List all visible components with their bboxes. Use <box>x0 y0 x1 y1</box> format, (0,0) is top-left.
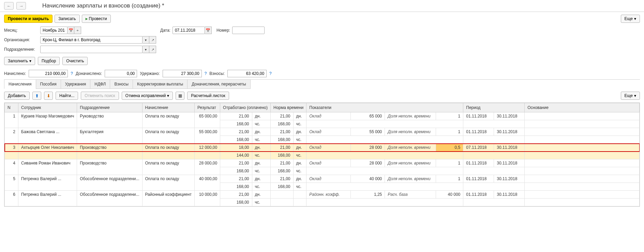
contrib-label: Взносы: <box>209 71 225 76</box>
more-button[interactable]: Еще ▾ <box>621 15 640 23</box>
table-row[interactable]: 5Петренко Валерий ...Обособленное подраз… <box>5 175 640 183</box>
dept-input[interactable] <box>40 46 143 53</box>
help-icon[interactable]: ? <box>71 71 73 76</box>
table-row[interactable]: 3Ахтырцев Олег НиколаевичПроизводствоОпл… <box>5 144 640 152</box>
org-open-icon[interactable]: ↗ <box>149 36 156 44</box>
col-basis[interactable]: Основание <box>525 103 640 112</box>
number-label: Номер: <box>216 28 230 33</box>
accrued-value[interactable] <box>29 70 68 77</box>
chevron-down-icon: ▾ <box>634 16 636 21</box>
move-up-button[interactable]: ⬆ <box>32 92 41 100</box>
month-stepper[interactable]: ÷ <box>74 27 81 34</box>
cancel-find-button[interactable]: Отменить поиск <box>81 92 119 100</box>
table-row[interactable]: 4Сиванев Роман ИвановичПроизводствоОплат… <box>5 159 640 167</box>
org-label: Организация: <box>4 37 38 42</box>
col-period[interactable]: Период <box>463 103 525 112</box>
withheld-label: Удержано: <box>140 71 160 76</box>
nav-back-button[interactable]: ← <box>4 2 14 10</box>
pick-button[interactable]: Подбор <box>38 57 60 65</box>
chevron-down-icon: ▾ <box>167 93 169 98</box>
withheld-value[interactable] <box>163 70 202 77</box>
add-button[interactable]: Добавить <box>4 92 30 100</box>
find-button[interactable]: Найти... <box>56 92 78 100</box>
table-row[interactable]: 2Бажова Светлана ...БухгалтерияОплата по… <box>5 128 640 136</box>
tab-1[interactable]: Пособия <box>36 80 61 89</box>
cancel-fix-button[interactable]: Отмена исправлений ▾ <box>122 92 173 100</box>
org-input[interactable] <box>40 36 143 44</box>
extra-label: Доначислено: <box>76 71 102 76</box>
number-input[interactable] <box>232 27 265 34</box>
table-row[interactable]: 6Петренко Валерий ...Обособленное подраз… <box>5 191 640 199</box>
move-down-button[interactable]: ⬇ <box>44 92 53 100</box>
date-calendar-icon[interactable]: 📅 <box>205 27 212 34</box>
help-icon[interactable]: ? <box>269 71 272 76</box>
tab-0[interactable]: Начисления <box>4 80 36 89</box>
toggle-view-icon[interactable]: ▦ <box>176 92 184 100</box>
calendar-icon[interactable]: 📅 <box>68 27 74 34</box>
date-label: Дата: <box>160 28 170 33</box>
col-worked[interactable]: Отработано (оплачено) <box>220 103 271 112</box>
tab-2[interactable]: Удержания <box>61 80 91 89</box>
month-label: Месяц: <box>4 28 38 33</box>
accruals-table: N Сотрудник Подразделение Начисление Рез… <box>4 103 640 206</box>
nav-forward-button[interactable]: → <box>16 2 26 10</box>
date-input[interactable] <box>173 27 205 34</box>
submit-button[interactable]: ▸Провести <box>82 15 111 23</box>
tab-6[interactable]: Доначисления, перерасчеты <box>187 80 250 89</box>
month-input[interactable] <box>40 27 68 34</box>
col-employee[interactable]: Сотрудник <box>18 103 77 112</box>
tab-5[interactable]: Корректировки выплаты <box>133 80 188 89</box>
clear-button[interactable]: Очистить <box>62 57 88 65</box>
col-dept[interactable]: Подразделение <box>77 103 142 112</box>
submit-icon: ▸ <box>86 16 88 21</box>
table-row[interactable]: 1Кураев Назар МагомедовичРуководствоОпла… <box>5 112 640 120</box>
page-title: Начисление зарплаты и взносов (создание)… <box>42 2 164 9</box>
col-n[interactable]: N <box>5 103 18 112</box>
payslip-button[interactable]: Расчетный листок <box>187 92 229 100</box>
tab-4[interactable]: Взносы <box>110 80 133 89</box>
save-button[interactable]: Записать <box>55 15 79 23</box>
accrued-label: Начислено: <box>4 71 26 76</box>
tab-3[interactable]: НДФЛ <box>90 80 110 89</box>
dept-dropdown-icon[interactable]: ▾ <box>143 46 149 53</box>
col-norm[interactable]: Норма времени <box>271 103 306 112</box>
chevron-down-icon: ▾ <box>634 93 636 98</box>
col-result[interactable]: Результат <box>195 103 220 112</box>
submit-close-button[interactable]: Провести и закрыть <box>4 15 53 23</box>
extra-value[interactable] <box>105 70 137 77</box>
col-accrual[interactable]: Начисление <box>142 103 195 112</box>
fill-button[interactable]: Заполнить ▾ <box>4 57 35 65</box>
dept-open-icon[interactable]: ↗ <box>149 46 156 53</box>
col-indicators[interactable]: Показатели <box>306 103 463 112</box>
dept-label: Подразделение: <box>4 47 38 52</box>
table-more-button[interactable]: Еще ▾ <box>621 92 640 100</box>
help-icon[interactable]: ? <box>205 71 207 76</box>
org-dropdown-icon[interactable]: ▾ <box>143 36 149 44</box>
contrib-value[interactable] <box>227 70 267 77</box>
chevron-down-icon: ▾ <box>29 59 31 63</box>
